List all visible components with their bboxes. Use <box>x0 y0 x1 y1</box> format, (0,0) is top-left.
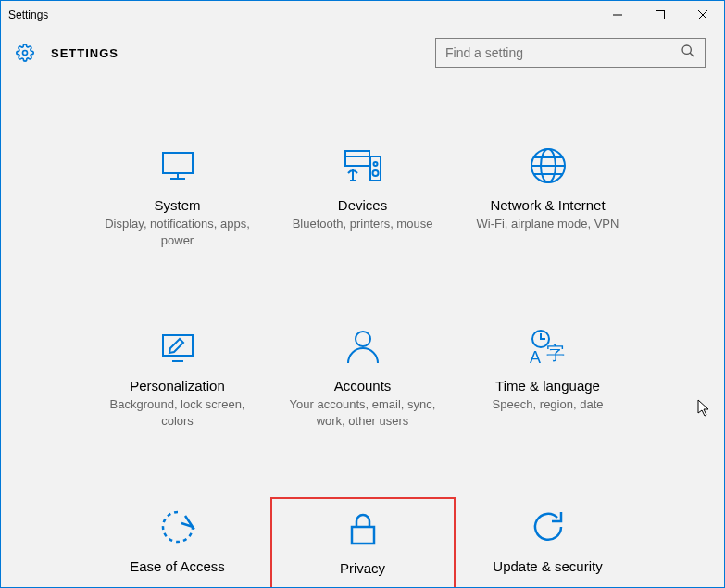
svg-rect-12 <box>370 156 381 181</box>
tile-subtitle: Speech, region, date <box>493 396 604 413</box>
svg-rect-10 <box>345 151 369 166</box>
window-controls <box>596 1 724 29</box>
header-left: SETTINGS <box>16 44 119 62</box>
search-icon <box>681 44 695 62</box>
accounts-icon <box>343 326 383 367</box>
tile-ease-of-access[interactable]: Ease of Access <box>85 497 270 588</box>
minimize-button[interactable] <box>596 1 639 29</box>
svg-point-13 <box>373 162 377 166</box>
tile-title: Network & Internet <box>490 197 605 213</box>
svg-rect-18 <box>163 335 193 356</box>
tile-title: System <box>154 197 200 213</box>
tile-subtitle: Wi-Fi, airplane mode, VPN <box>477 216 619 232</box>
search-box[interactable] <box>435 38 706 68</box>
settings-grid: System Display, notifications, apps, pow… <box>1 81 724 588</box>
gear-icon <box>16 44 34 62</box>
tile-title: Update & security <box>493 558 602 574</box>
system-icon <box>157 145 198 186</box>
svg-point-4 <box>23 51 28 56</box>
search-input[interactable] <box>445 45 681 60</box>
tile-title: Accounts <box>334 378 392 394</box>
tile-accounts[interactable]: Accounts Your accounts, email, sync, wor… <box>270 317 456 442</box>
tile-privacy[interactable]: Privacy <box>270 497 456 588</box>
tile-title: Time & language <box>495 378 600 394</box>
maximize-button[interactable] <box>639 1 681 29</box>
svg-text:字: 字 <box>546 343 565 363</box>
svg-point-20 <box>356 332 370 346</box>
tile-subtitle: Display, notifications, apps, power <box>99 216 256 248</box>
tile-subtitle: Bluetooth, printers, mouse <box>293 216 433 232</box>
tile-subtitle: Your accounts, email, sync, work, other … <box>284 396 442 429</box>
titlebar: Settings <box>1 1 724 29</box>
time-language-icon: A 字 <box>528 326 569 367</box>
svg-rect-7 <box>163 153 193 173</box>
svg-point-14 <box>372 170 378 176</box>
tile-title: Ease of Access <box>130 558 225 574</box>
tile-title: Personalization <box>130 378 225 394</box>
svg-line-6 <box>690 53 694 56</box>
tile-network[interactable]: Network & Internet Wi-Fi, airplane mode,… <box>456 136 641 261</box>
ease-of-access-icon <box>157 507 198 547</box>
tile-devices[interactable]: Devices Bluetooth, printers, mouse <box>270 136 456 261</box>
window-title: Settings <box>8 8 48 21</box>
header: SETTINGS <box>1 29 724 81</box>
globe-icon <box>528 145 569 186</box>
tile-update-security[interactable]: Update & security <box>456 497 641 588</box>
tile-personalization[interactable]: Personalization Background, lock screen,… <box>85 317 270 442</box>
svg-point-5 <box>682 45 691 54</box>
tile-subtitle: Background, lock screen, colors <box>99 396 256 429</box>
devices-icon <box>343 145 383 186</box>
svg-rect-1 <box>656 11 665 19</box>
lock-icon <box>343 508 383 549</box>
svg-rect-24 <box>352 527 374 544</box>
tile-title: Privacy <box>340 560 385 576</box>
tile-title: Devices <box>338 197 387 213</box>
tile-system[interactable]: System Display, notifications, apps, pow… <box>85 136 270 261</box>
tile-time-language[interactable]: A 字 Time & language Speech, region, date <box>456 317 641 442</box>
close-button[interactable] <box>681 1 724 29</box>
update-icon <box>528 507 569 547</box>
svg-text:A: A <box>530 348 541 367</box>
page-title: SETTINGS <box>51 46 119 60</box>
personalization-icon <box>157 326 198 367</box>
